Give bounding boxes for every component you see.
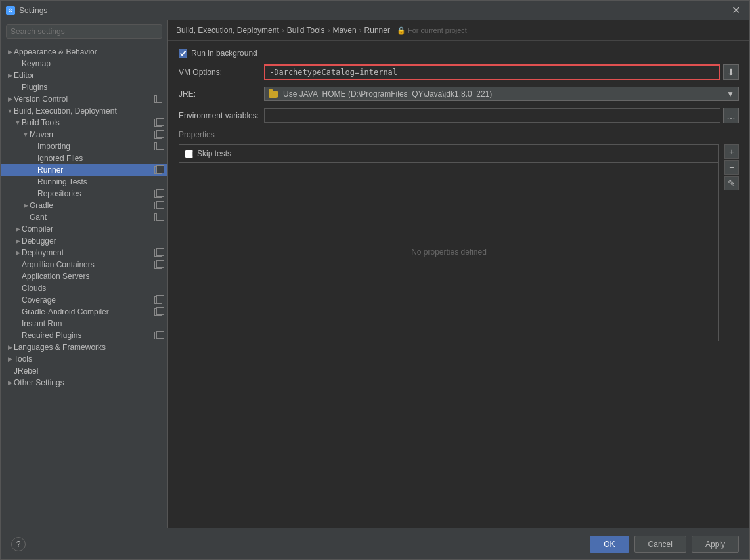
skip-tests-label: Skip tests bbox=[197, 149, 231, 158]
sidebar-item-repositories[interactable]: Repositories bbox=[1, 188, 167, 200]
arrow-icon: ▶ bbox=[6, 72, 14, 79]
sidebar-item-plugins[interactable]: Plugins bbox=[1, 81, 167, 93]
breadcrumb: Build, Execution, Deployment › Build Too… bbox=[168, 20, 749, 41]
arrow-icon bbox=[30, 142, 37, 150]
sidebar-item-languages[interactable]: ▶Languages & Frameworks bbox=[1, 341, 167, 353]
arrow-icon bbox=[14, 296, 22, 304]
search-input[interactable] bbox=[6, 24, 162, 39]
bottom-left: ? bbox=[11, 537, 26, 551]
arrow-icon: ▶ bbox=[6, 95, 14, 103]
arrow-icon bbox=[30, 178, 37, 186]
sidebar-item-label: Maven bbox=[30, 130, 152, 139]
sidebar-item-arquillian[interactable]: Arquillian Containers bbox=[1, 259, 167, 270]
breadcrumb-sep-1: › bbox=[282, 26, 284, 35]
env-input[interactable] bbox=[264, 108, 720, 123]
arrow-icon: ▶ bbox=[6, 355, 14, 363]
sidebar-item-debugger[interactable]: ▶Debugger bbox=[1, 235, 167, 247]
sidebar-item-jrebel[interactable]: JRebel bbox=[1, 365, 167, 377]
copy-icon bbox=[154, 308, 162, 316]
jre-value: Use JAVA_HOME (D:\ProgramFiles_QY\Java\j… bbox=[283, 89, 492, 98]
sidebar-item-label: Clouds bbox=[22, 284, 162, 293]
sidebar-item-other-settings[interactable]: ▶Other Settings bbox=[1, 377, 167, 389]
env-more-button[interactable]: … bbox=[723, 108, 739, 123]
sidebar-item-label: Debugger bbox=[22, 236, 162, 246]
jre-label: JRE: bbox=[179, 89, 264, 98]
sidebar-item-coverage[interactable]: Coverage bbox=[1, 294, 167, 306]
add-property-button[interactable]: + bbox=[724, 144, 739, 159]
arrow-icon bbox=[14, 320, 22, 328]
sidebar-item-label: Importing bbox=[37, 142, 152, 151]
sidebar-item-importing[interactable]: Importing bbox=[1, 140, 167, 152]
copy-icon bbox=[154, 296, 162, 304]
copy-icon bbox=[154, 332, 162, 339]
arrow-icon bbox=[14, 284, 22, 292]
sidebar-item-compiler[interactable]: ▶Compiler bbox=[1, 223, 167, 235]
sidebar-item-app-servers[interactable]: Application Servers bbox=[1, 270, 167, 282]
sidebar-item-label: Coverage bbox=[22, 295, 152, 305]
sidebar-item-build-exec[interactable]: ▼Build, Execution, Deployment bbox=[1, 105, 167, 117]
sidebar-item-instant-run[interactable]: Instant Run bbox=[1, 318, 167, 330]
sidebar-item-label: Build, Execution, Deployment bbox=[14, 106, 162, 116]
sidebar-item-gradle-android[interactable]: Gradle-Android Compiler bbox=[1, 306, 167, 318]
copy-icon bbox=[154, 261, 162, 269]
sidebar-item-label: Running Tests bbox=[37, 177, 162, 186]
arrow-icon: ▶ bbox=[14, 225, 22, 233]
arrow-icon bbox=[14, 272, 22, 280]
bottom-right: OK Cancel Apply bbox=[590, 536, 739, 553]
jre-select-text: Use JAVA_HOME (D:\ProgramFiles_QY\Java\j… bbox=[269, 89, 492, 98]
cancel-button[interactable]: Cancel bbox=[634, 536, 686, 553]
sidebar-item-gant[interactable]: Gant bbox=[1, 211, 167, 223]
sidebar-item-required-plugins[interactable]: Required Plugins bbox=[1, 330, 167, 341]
copy-icon bbox=[154, 202, 162, 209]
arrow-icon bbox=[30, 166, 37, 174]
sidebar-item-version-control[interactable]: ▶Version Control bbox=[1, 93, 167, 105]
sidebar-tree: ▶Appearance & BehaviorKeymap▶EditorPlugi… bbox=[1, 43, 167, 528]
sidebar-item-label: Deployment bbox=[22, 248, 152, 257]
sidebar-item-label: Gradle bbox=[30, 201, 152, 210]
run-in-background-checkbox[interactable] bbox=[179, 49, 187, 58]
sidebar-item-label: Languages & Frameworks bbox=[14, 343, 162, 352]
sidebar-item-label: Editor bbox=[14, 71, 162, 80]
arrow-icon bbox=[14, 308, 22, 316]
ok-button[interactable]: OK bbox=[590, 536, 629, 553]
sidebar-item-clouds[interactable]: Clouds bbox=[1, 282, 167, 294]
help-button[interactable]: ? bbox=[11, 537, 26, 551]
jre-select[interactable]: Use JAVA_HOME (D:\ProgramFiles_QY\Java\j… bbox=[264, 87, 739, 101]
breadcrumb-sep-2: › bbox=[328, 26, 330, 35]
sidebar-item-tools[interactable]: ▶Tools bbox=[1, 353, 167, 365]
vm-options-row: VM Options: ⬇ bbox=[179, 64, 739, 80]
jre-dropdown-arrow: ▼ bbox=[726, 89, 734, 98]
vm-options-label: VM Options: bbox=[179, 68, 264, 77]
close-button[interactable]: ✕ bbox=[728, 3, 744, 18]
remove-property-button[interactable]: − bbox=[724, 160, 739, 175]
arrow-icon: ▶ bbox=[6, 343, 14, 351]
sidebar-item-label: Gradle-Android Compiler bbox=[22, 307, 152, 316]
sidebar-item-deployment[interactable]: ▶Deployment bbox=[1, 247, 167, 259]
sidebar-item-label: Build Tools bbox=[22, 118, 152, 127]
sidebar-item-ignored-files[interactable]: Ignored Files bbox=[1, 152, 167, 164]
sidebar-item-label: Version Control bbox=[14, 95, 152, 104]
skip-tests-checkbox[interactable] bbox=[185, 150, 193, 158]
sidebar-item-keymap[interactable]: Keymap bbox=[1, 58, 167, 70]
arrow-icon bbox=[14, 261, 22, 269]
breadcrumb-part-3: Maven bbox=[333, 26, 357, 35]
edit-property-button[interactable]: ✎ bbox=[724, 176, 739, 190]
sidebar-item-appearance[interactable]: ▶Appearance & Behavior bbox=[1, 46, 167, 58]
sidebar-item-build-tools[interactable]: ▼Build Tools bbox=[1, 117, 167, 129]
sidebar-item-runner[interactable]: Runner bbox=[1, 164, 167, 176]
env-row: Environment variables: … bbox=[179, 108, 739, 123]
apply-button[interactable]: Apply bbox=[692, 536, 739, 553]
run-in-background-row: Run in background bbox=[179, 49, 739, 58]
sidebar-item-editor[interactable]: ▶Editor bbox=[1, 70, 167, 81]
copy-icon bbox=[154, 119, 162, 127]
vm-options-download-button[interactable]: ⬇ bbox=[723, 64, 739, 80]
folder-icon bbox=[269, 91, 278, 98]
sidebar-item-gradle[interactable]: ▶Gradle bbox=[1, 200, 167, 211]
sidebar-item-maven[interactable]: ▼Maven bbox=[1, 129, 167, 140]
copy-icon bbox=[154, 95, 162, 103]
vm-options-input[interactable] bbox=[264, 64, 720, 80]
sidebar-item-running-tests[interactable]: Running Tests bbox=[1, 176, 167, 188]
sidebar-item-label: Compiler bbox=[22, 225, 162, 234]
sidebar-item-label: Required Plugins bbox=[22, 331, 152, 340]
breadcrumb-part-1: Build, Execution, Deployment bbox=[176, 26, 279, 35]
